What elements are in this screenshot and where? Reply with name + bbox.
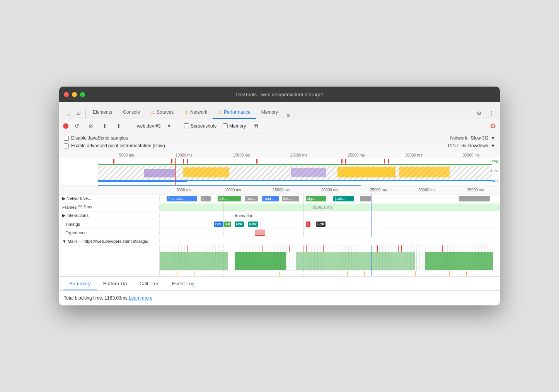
interactions-label[interactable]: ▶ Interactions xyxy=(59,213,160,218)
frames-value1: 99.8 ms xyxy=(78,205,92,209)
net-chip-1: ff-persist... xyxy=(167,196,197,201)
tick-5000: 5000 ms xyxy=(98,153,155,157)
dtick-10000: 10000 ms xyxy=(208,188,257,192)
net-chip-7: algo... xyxy=(306,196,326,201)
performance-settings-icon[interactable]: ⚙ xyxy=(490,122,496,130)
titlebar: DevTools - web.dev/persistent-storage/ xyxy=(59,87,500,102)
learn-more-link[interactable]: Learn more xyxy=(129,295,152,301)
flame-green-2 xyxy=(235,252,286,270)
red-marker xyxy=(171,159,172,164)
flame-dashed-2 xyxy=(303,245,303,276)
network-row-label[interactable]: ▶ Network ve... xyxy=(59,196,160,201)
cpu-setting: CPU: 6× slowdown ▼ xyxy=(448,143,495,148)
dashed-line-2 xyxy=(303,194,303,203)
settings-icon[interactable]: ⚙ xyxy=(474,108,484,119)
red-marker xyxy=(183,159,184,164)
screenshots-checkbox[interactable]: Screenshots xyxy=(184,123,216,129)
badge-dcl: DCL xyxy=(214,222,224,227)
net-chip-6: def... xyxy=(282,196,299,201)
net-chip-2: le xyxy=(201,196,211,201)
memory-checkbox[interactable]: Memory xyxy=(223,123,246,129)
more-tabs-button[interactable]: » xyxy=(283,112,293,119)
red-marker xyxy=(341,159,343,164)
tab-call-tree[interactable]: Call Tree xyxy=(133,278,166,290)
exp-dashed-2 xyxy=(303,228,303,237)
tab-console[interactable]: Console xyxy=(118,106,145,119)
selection-range[interactable] xyxy=(98,185,361,186)
more-options-icon[interactable]: ⋮ xyxy=(486,108,497,119)
solid-vline xyxy=(371,194,372,203)
record-button[interactable] xyxy=(63,123,68,129)
device-icon[interactable]: ▱ xyxy=(73,108,84,119)
badge-fcp: FCP xyxy=(235,222,244,227)
cpu-label: CPU: xyxy=(448,143,459,148)
flame-green-4 xyxy=(425,252,493,270)
network-row: ▶ Network ve... ff-persist... le coll...… xyxy=(59,194,500,203)
close-button[interactable] xyxy=(64,92,69,97)
fps-cpu-area: FPS CPU NET xyxy=(59,158,500,186)
inspect-icon[interactable]: ⬚ xyxy=(62,108,73,119)
timings-content: DCL FP FCP FMP L LCP xyxy=(160,220,500,228)
badge-lcp: LCP xyxy=(316,222,326,227)
separator2 xyxy=(129,121,129,131)
cpu-blob-yellow-1 xyxy=(183,167,229,177)
flame-chart[interactable] xyxy=(59,245,500,276)
exp-dashed-1 xyxy=(223,228,223,237)
red-marker xyxy=(256,159,257,164)
frames-content: 9596.1 ms xyxy=(160,203,500,211)
frames-dashed-1 xyxy=(223,203,223,211)
settings-bar: Disable JavaScript samples Enable advanc… xyxy=(59,133,500,151)
tab-network[interactable]: ⚠ Network xyxy=(179,106,213,119)
cpu-blob-purple-1 xyxy=(144,169,175,177)
profile-dropdown[interactable]: ▼ xyxy=(167,123,171,129)
tab-performance[interactable]: ⚠ Performance xyxy=(213,106,256,119)
minimize-button[interactable] xyxy=(72,92,77,97)
flame-green-1 xyxy=(160,252,228,270)
red-marker xyxy=(384,159,385,164)
network-setting: Network: Slow 3G ▼ xyxy=(450,135,495,141)
disable-js-checkbox[interactable] xyxy=(64,136,69,141)
delete-icon[interactable]: 🗑 xyxy=(254,123,259,129)
settings-right: Network: Slow 3G ▼ CPU: 6× slowdown ▼ xyxy=(448,135,495,148)
bottom-tabs: Summary Bottom-Up Call Tree Event Log xyxy=(59,277,500,291)
cpu-value: 6× slowdown xyxy=(461,143,488,148)
frames-row: Frames 99.8 ms 9596.1 ms xyxy=(59,203,500,211)
tab-summary[interactable]: Summary xyxy=(63,278,97,290)
timings-label: Timings xyxy=(59,220,160,228)
tab-event-log[interactable]: Event Log xyxy=(166,278,201,290)
dtick-5000: 5000 ms xyxy=(160,188,208,192)
tab-bottom-up[interactable]: Bottom-Up xyxy=(97,278,133,290)
net-chip-10 xyxy=(459,196,489,201)
disable-js-label: Disable JavaScript samples xyxy=(71,135,128,141)
time-marker-line[interactable] xyxy=(175,158,176,186)
net-segment-1 xyxy=(98,181,187,182)
cpu-dropdown-icon[interactable]: ▼ xyxy=(491,143,495,148)
tick-15000: 15000 ms xyxy=(213,153,270,157)
experience-label: Experience xyxy=(59,230,160,235)
download-button[interactable]: ⬇ xyxy=(113,121,124,131)
checkbox-group: Screenshots Memory 🗑 xyxy=(184,123,259,129)
animation-label: Animation xyxy=(235,213,254,218)
timeline-overview[interactable]: 5000 ms 10000 ms 15000 ms 20000 ms 25000… xyxy=(59,151,500,186)
main-label[interactable]: ▼ Main — https://web.dev/persistent-stor… xyxy=(59,239,160,244)
dtick-15000: 15000 ms xyxy=(257,188,305,192)
tab-memory[interactable]: Memory xyxy=(256,106,283,119)
enable-paint-checkbox[interactable] xyxy=(64,143,69,148)
dashed-line-1 xyxy=(223,194,223,203)
flame-row-red-ticks xyxy=(160,245,500,252)
interactions-content: Animation xyxy=(160,211,500,220)
tick-10000: 10000 ms xyxy=(155,153,213,157)
clear-button[interactable]: ⊘ xyxy=(85,121,96,131)
frames-bar xyxy=(160,204,500,211)
tab-elements[interactable]: Elements xyxy=(87,106,118,119)
timings-row: Timings DCL FP FCP FMP L LCP xyxy=(59,220,500,228)
net-label: NET xyxy=(491,179,498,183)
reload-record-button[interactable]: ↺ xyxy=(72,121,82,131)
upload-button[interactable]: ⬆ xyxy=(99,121,110,131)
badge-fp: FP xyxy=(224,222,231,227)
net-chip-8: ⌠sub... xyxy=(333,196,354,201)
tab-sources[interactable]: ⚠ Sources xyxy=(145,106,179,119)
network-dropdown-icon[interactable]: ▼ xyxy=(491,135,495,141)
tick-25000: 25000 ms xyxy=(327,153,385,157)
maximize-button[interactable] xyxy=(80,92,85,97)
